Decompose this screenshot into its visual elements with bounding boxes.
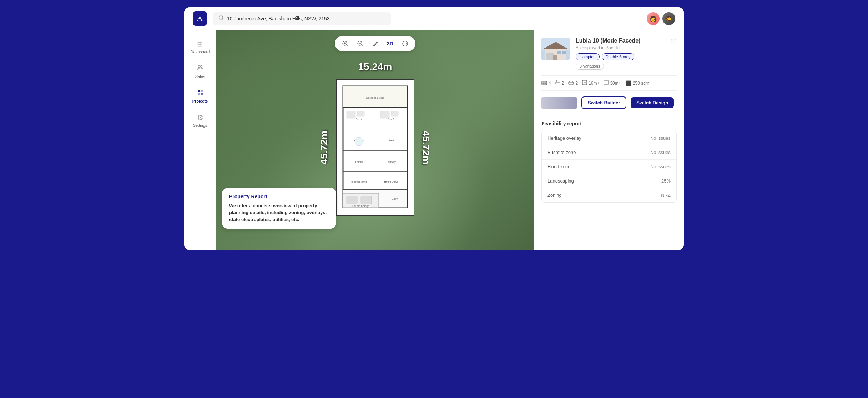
house-specs: 4 2 (541, 75, 677, 91)
settings-icon: ⚙ (197, 113, 203, 122)
svg-rect-0 (198, 19, 201, 21)
bath-icon (555, 80, 560, 86)
house-thumb-image (541, 38, 570, 60)
feasibility-value-flood: No issues (650, 164, 671, 169)
svg-rect-6 (201, 90, 203, 92)
feasibility-value-bushfire: No issues (650, 150, 671, 155)
feasibility-label-bushfire: Bushfire zone (547, 150, 576, 155)
spec-beds-value: 4 (549, 81, 551, 86)
spec-baths: 2 (555, 80, 564, 86)
spec-area: ⬛ 250 sqm (625, 80, 649, 86)
spec-cars-value: 2 (575, 81, 578, 86)
sidebar-item-label-sales: Sales (195, 74, 205, 79)
divider (541, 115, 677, 115)
sidebar-item-label-projects: Projects (192, 99, 208, 103)
sidebar-item-dashboard[interactable]: ⊞ Dashboard (187, 36, 213, 58)
floor-plan: Outdoor Living Bed 4 (336, 79, 414, 216)
feasibility-title: Feasibility report (541, 121, 677, 126)
search-bar[interactable] (213, 12, 391, 25)
tag-hampton: Hampton (576, 53, 600, 60)
app-logo (193, 11, 207, 26)
svg-text:Outdoor Living: Outdoor Living (366, 96, 384, 99)
tag-variations: 3 Variations (576, 63, 604, 70)
spec-depth-value: 30m+ (610, 81, 621, 86)
feasibility-value-zoning: NRZ (661, 193, 671, 198)
house-thumbnail (541, 38, 570, 60)
feasibility-row-heritage: Heritage overlay No issues (542, 131, 676, 145)
avatar-female: 👩 (647, 12, 660, 25)
feasibility-label-landscaping: Landscaping (547, 178, 574, 184)
sidebar-item-label-settings: Settings (193, 123, 207, 128)
width-icon (582, 80, 587, 86)
svg-text:Entertainment: Entertainment (351, 180, 367, 183)
favorite-button[interactable]: ♡ (670, 38, 677, 46)
spec-cars: 2 (568, 80, 578, 86)
svg-rect-43 (347, 111, 355, 118)
sidebar-item-sales[interactable]: Sales (187, 60, 213, 82)
projects-icon (197, 89, 204, 98)
dashboard-icon: ⊞ (197, 40, 203, 48)
car-icon (568, 80, 574, 86)
search-icon (218, 15, 224, 22)
svg-rect-8 (201, 93, 203, 95)
feasibility-row-bushfire: Bushfire zone No issues (542, 145, 676, 160)
spec-width-value: 16m+ (589, 81, 599, 86)
tag-double-storey: Double Storey (602, 53, 635, 60)
svg-text:Bath: Bath (389, 139, 394, 142)
right-panel: Lubia 10 (Mode Facede) As displayed in B… (534, 30, 684, 250)
feasibility-row-zoning: Zoning NRZ (542, 188, 676, 202)
property-report-title: Property Report (229, 194, 329, 199)
svg-text:Double Garage: Double Garage (352, 205, 369, 208)
feasibility-value-heritage: No issues (650, 135, 671, 141)
dimension-right: 45.72m (420, 130, 432, 164)
svg-point-4 (200, 66, 202, 68)
svg-text:Laundry: Laundry (387, 161, 396, 164)
sidebar: ⊞ Dashboard Sales (184, 30, 216, 250)
top-bar-right: 👩 🧔 (647, 12, 675, 25)
sales-icon (197, 64, 204, 73)
depth-icon (604, 80, 609, 86)
svg-rect-44 (357, 111, 364, 116)
svg-text:Bed 4: Bed 4 (356, 118, 362, 120)
area-icon: ⬛ (625, 80, 631, 86)
sidebar-item-settings[interactable]: ⚙ Settings (187, 110, 213, 131)
app-container: 👩 🧔 ⊞ Dashboard Sales (184, 7, 684, 250)
spec-baths-value: 2 (562, 81, 564, 86)
svg-rect-5 (198, 90, 200, 92)
feasibility-label-zoning: Zoning (547, 193, 562, 198)
spec-beds: 4 (541, 80, 551, 86)
svg-rect-49 (361, 196, 372, 204)
svg-rect-46 (391, 111, 398, 116)
house-info: Lubia 10 (Mode Facede) As displayed in B… (576, 38, 665, 70)
svg-rect-61 (556, 82, 560, 84)
feasibility-table: Heritage overlay No issues Bushfire zone… (541, 131, 677, 203)
sidebar-item-projects[interactable]: Projects (187, 85, 213, 107)
svg-rect-7 (198, 93, 200, 95)
map-section: 3D 15.24m (216, 30, 534, 250)
feasibility-label-flood: Flood zone (547, 164, 570, 169)
feasibility-label-heritage: Heritage overlay (547, 135, 581, 141)
switch-builder-button[interactable]: Switch Builder (581, 96, 626, 109)
svg-rect-59 (542, 82, 544, 83)
svg-text:Entry: Entry (392, 198, 398, 200)
svg-text:Home Office: Home Office (384, 180, 398, 183)
feasibility-row-flood: Flood zone No issues (542, 160, 676, 174)
top-bar: 👩 🧔 (184, 7, 684, 30)
svg-text:Family: Family (355, 161, 363, 164)
builder-logo (541, 97, 577, 109)
svg-rect-60 (545, 82, 546, 83)
spec-depth: 30m+ (604, 80, 621, 86)
svg-rect-55 (553, 55, 557, 60)
svg-line-2 (222, 19, 223, 20)
avatar-male: 🧔 (662, 12, 675, 25)
spec-area-value: 250 sqm (633, 81, 649, 86)
property-report-bubble: Property Report We offer a concise overv… (222, 188, 336, 229)
svg-rect-57 (562, 51, 566, 54)
property-report-text: We offer a concise overview of property … (229, 202, 329, 223)
main-layout: ⊞ Dashboard Sales (184, 30, 684, 250)
svg-point-3 (198, 66, 200, 68)
switch-design-button[interactable]: Switch Design (631, 97, 674, 108)
svg-rect-56 (557, 51, 561, 54)
svg-rect-48 (347, 196, 357, 204)
search-input[interactable] (227, 16, 385, 21)
